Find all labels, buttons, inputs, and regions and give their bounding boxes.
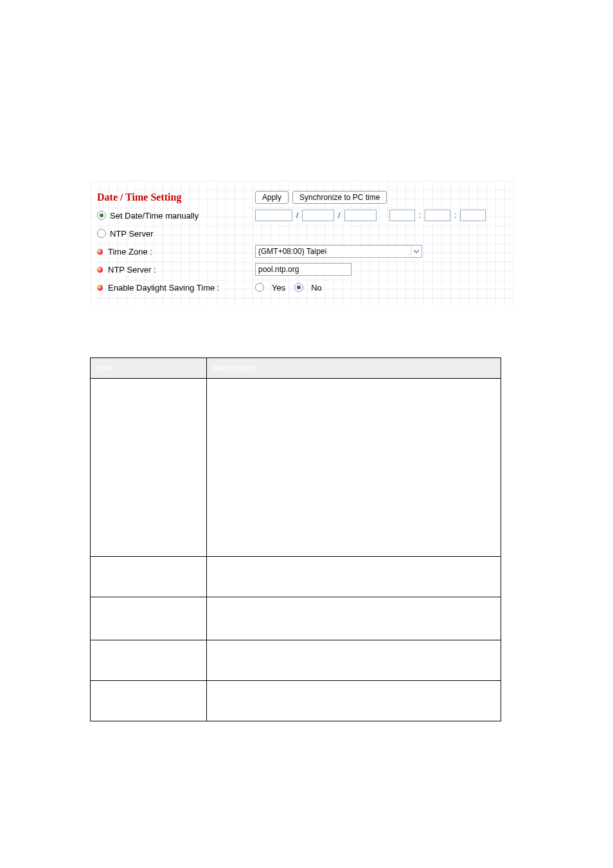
date-time-panel: Date / Time Setting Apply Synchronize to… bbox=[90, 180, 515, 306]
date-separator: / bbox=[296, 211, 298, 220]
panel-heading: Date / Time Setting bbox=[97, 192, 181, 203]
second-input[interactable] bbox=[460, 210, 486, 221]
hour-input[interactable] bbox=[389, 210, 415, 221]
dst-yes-label: Yes bbox=[272, 283, 285, 293]
day-input[interactable] bbox=[344, 210, 377, 221]
ntp-server-input[interactable] bbox=[255, 263, 351, 276]
time-separator: : bbox=[419, 211, 421, 220]
description-table: Item Description Set Date / Time manuall… bbox=[90, 357, 501, 721]
bullet-icon bbox=[97, 285, 103, 291]
table-row: NTP Server Select this button and this I… bbox=[91, 557, 501, 597]
bullet-icon bbox=[97, 267, 103, 273]
chevron-down-icon bbox=[411, 246, 422, 257]
table-row: NTP Server Input the 'IP' address or hos… bbox=[91, 640, 501, 681]
table-head-item: Item bbox=[91, 358, 207, 379]
time-separator: : bbox=[454, 211, 456, 220]
mode-ntp-label: NTP Server bbox=[110, 229, 154, 239]
mode-manual-radio[interactable] bbox=[97, 211, 106, 220]
table-head-desc: Description bbox=[207, 358, 501, 379]
dst-label: Enable Daylight Saving Time : bbox=[108, 283, 219, 293]
bullet-icon bbox=[97, 249, 103, 255]
timezone-value: (GMT+08:00) Taipei bbox=[256, 247, 326, 256]
month-input[interactable] bbox=[302, 210, 334, 221]
after-table-note: Click 'Apply' button to save changes you… bbox=[90, 728, 501, 737]
minute-input[interactable] bbox=[425, 210, 450, 221]
dst-yes-radio[interactable] bbox=[255, 283, 264, 292]
year-input[interactable] bbox=[255, 210, 292, 221]
mode-ntp-radio[interactable] bbox=[97, 229, 106, 238]
dst-no-radio[interactable] bbox=[294, 283, 303, 292]
timezone-label: Time Zone : bbox=[108, 247, 152, 257]
date-separator: / bbox=[338, 211, 340, 220]
table-row: Time Zone Select the time zone of your r… bbox=[91, 597, 501, 640]
dst-no-label: No bbox=[311, 283, 322, 293]
table-row: Enable Daylight Saving Time If you need … bbox=[91, 681, 501, 721]
apply-button[interactable]: Apply bbox=[255, 191, 289, 204]
table-row: Set Date / Time manually Click this butt… bbox=[91, 379, 501, 557]
mode-manual-label: Set Date/Time manually bbox=[110, 211, 199, 221]
sync-pc-button[interactable]: Synchronize to PC time bbox=[292, 191, 387, 204]
ntp-server-label: NTP Server : bbox=[108, 265, 156, 275]
timezone-select[interactable]: (GMT+08:00) Taipei bbox=[255, 245, 422, 258]
